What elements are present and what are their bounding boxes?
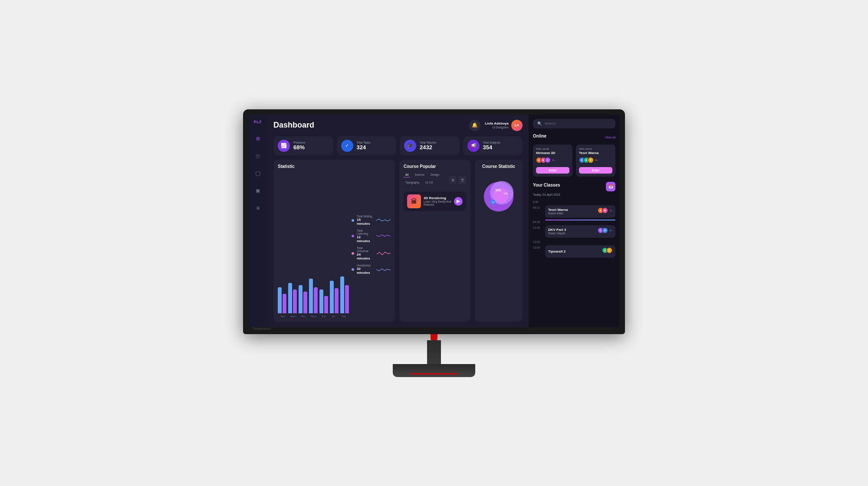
bar-purple-4 <box>324 296 328 313</box>
tc-count: 1+ <box>609 209 612 212</box>
online-cards: #dkv_berat Nirmana 3D A B C 2+ Enter #dk… <box>533 144 615 177</box>
tab-uiux[interactable]: UI UX <box>424 180 434 185</box>
sidebar-logo: PLF <box>254 120 262 124</box>
monitor: PLF ⊞ ◷ ◯ ▣ ⊕ Dashboard 🔔 Liota Adeboya <box>239 109 629 377</box>
sidebar-item-settings[interactable]: ⊕ <box>253 203 263 213</box>
legend-vocabulary: Vocabulary 32 minutes <box>352 264 391 275</box>
legend-writing: Total Writing 15 minutes <box>352 215 391 226</box>
stat-card-teacher: 🎓 Total Teacher 2432 <box>400 136 460 155</box>
stats-row: 📈 Presence 68% ✓ Total Tasks 324 <box>273 136 523 155</box>
tab-icons: ⚙ ☰ <box>449 176 466 184</box>
online-header: Online View all <box>533 134 615 141</box>
class-teori-info: Teori Warna Dosen Killer <box>548 208 568 215</box>
nirmana-tag: #dkv_berat <box>536 148 569 150</box>
nirmana-enter-btn[interactable]: Enter <box>536 167 569 174</box>
monitor-stand-top <box>431 334 437 340</box>
stat-card-tasks: ✓ Total Tasks 324 <box>337 136 397 155</box>
legend-dot-writing <box>352 219 354 222</box>
svg-text:34%: 34% <box>496 188 501 191</box>
tipo-avatar-2: F <box>606 247 612 253</box>
presence-icon: 📈 <box>278 140 290 152</box>
course-tabs-row: All Science Design Tipography UI UX ⚙ ☰ <box>404 172 466 188</box>
tab-science[interactable]: Science <box>413 172 426 177</box>
bar-labels: Sun Mon Thu Wed Tue Fri Sat <box>278 315 349 318</box>
time-0915: 09:15 <box>533 220 542 223</box>
chart-area: Sun Mon Thu Wed Tue Fri Sat <box>278 172 391 318</box>
stat-card-presence: 📈 Presence 68% <box>273 136 333 155</box>
tab-design[interactable]: Design <box>429 172 441 177</box>
legend-dot-grammar <box>352 252 354 255</box>
user-avatar: LA <box>511 120 523 131</box>
stat-info-subjects: Total Subjects 354 <box>483 141 500 151</box>
your-classes-title: Your Classes <box>533 183 560 187</box>
search-bar[interactable]: 🔍 Search <box>533 119 615 128</box>
subjects-icon: 📢 <box>467 140 480 152</box>
teacher-icon: 🎓 <box>404 140 416 152</box>
list-view-btn[interactable]: ☰ <box>458 176 466 184</box>
grid-view-btn[interactable]: ⚙ <box>449 176 457 184</box>
stat-info-presence: Presence 68% <box>293 141 305 151</box>
bar-label-fri: Fri <box>329 315 339 318</box>
tc-avatar-2: B <box>602 207 608 213</box>
chart-section: Statistic Sun Mon Thu Wed Tue <box>273 160 395 322</box>
legend-text-grammar: Total Grammar 24 minutes <box>357 246 374 260</box>
bar-label-sat: Sat <box>339 315 349 318</box>
calendar-btn[interactable]: 📅 <box>606 182 615 191</box>
tab-all[interactable]: All <box>404 172 410 177</box>
main-header: Dashboard 🔔 Liota Adeboya UI Designers L… <box>273 120 523 131</box>
legend-text-listening: Total Listening 12 minutes <box>357 229 374 243</box>
teori-enter-btn[interactable]: Enter <box>579 167 612 174</box>
time-900: 9:00 <box>533 200 542 204</box>
nirmana-avatars: A B C 2+ <box>536 157 569 163</box>
legend-value-vocabulary: 32 minutes <box>357 267 374 275</box>
legend-text-vocabulary: Vocabulary 32 minutes <box>357 264 374 275</box>
course-desc-3d: Learn Very Easily And Relaxed <box>424 200 451 206</box>
bar-group-tue <box>319 289 328 313</box>
sidebar-item-dashboard[interactable]: ⊞ <box>253 134 263 144</box>
legend-dot-listening <box>352 235 354 237</box>
user-info: Liota Adeboya UI Designers LA <box>485 120 523 131</box>
notification-button[interactable]: 🔔 <box>469 120 480 131</box>
schedule-row-900: 9:00 <box>533 200 615 204</box>
chart-bars: Sun Mon Thu Wed Tue Fri Sat <box>278 172 349 318</box>
progress-indicator <box>545 220 615 220</box>
bar-label-mon: Mon <box>288 315 298 318</box>
thinkvision-label: ThinkVision <box>253 327 271 330</box>
class-tipoarafi2: Tipoarafi 2 E F <box>545 245 615 258</box>
tab-tipography[interactable]: Tipography <box>404 180 421 185</box>
donut-chart: 34% 10% 1% <box>479 174 518 213</box>
course-action-btn[interactable]: ▶ <box>454 197 463 206</box>
class-teori-name: Teori Warna <box>548 208 568 212</box>
view-all-link[interactable]: View all <box>605 136 615 139</box>
legend-value-writing: 15 minutes <box>357 218 374 226</box>
sidebar-item-calendar[interactable]: ▣ <box>253 186 263 196</box>
svg-text:1%: 1% <box>492 201 495 203</box>
user-name: Liota Adeboya <box>485 122 509 126</box>
search-input[interactable]: Search <box>545 122 556 125</box>
online-card-teori: #dkv_berat Teori Warna D E F 4+ Enter <box>576 144 615 177</box>
stat-label-tasks: Total Tasks <box>357 141 371 144</box>
sidebar-item-analytics[interactable]: ◷ <box>253 151 263 161</box>
stat-info-teacher: Total Teacher 2432 <box>420 141 437 151</box>
sidebar: PLF ⊞ ◷ ◯ ▣ ⊕ <box>248 115 267 327</box>
chart-title: Statistic <box>278 164 391 169</box>
bar-blue-4 <box>319 289 323 313</box>
sidebar-item-messages[interactable]: ◯ <box>253 168 263 179</box>
main-content: Dashboard 🔔 Liota Adeboya UI Designers L… <box>267 115 529 327</box>
wave-grammar <box>377 250 391 257</box>
legend-grammar: Total Grammar 24 minutes <box>352 246 391 260</box>
monitor-bottom-bar: ThinkVision <box>248 327 620 331</box>
header-right: 🔔 Liota Adeboya UI Designers LA <box>469 120 523 131</box>
course-name-3d: 3D Rendering <box>424 196 451 200</box>
class-teori-warna: Teori Warna Dosen Killer A B 1+ <box>545 205 615 218</box>
svg-text:10%: 10% <box>503 192 508 194</box>
dkv-class-avatars: C D 2+ <box>598 227 612 233</box>
bar-group-sun <box>278 287 286 313</box>
legend-label-writing: Total Writing <box>357 215 374 218</box>
class-dkv-name: DKV Part 3 <box>548 228 566 232</box>
dkv-avatar-2: D <box>602 227 608 233</box>
bar-purple-1 <box>293 289 297 313</box>
stat-label-subjects: Total Subjects <box>483 141 500 144</box>
legend-listening: Total Listening 12 minutes <box>352 229 391 243</box>
wave-vocabulary <box>376 266 391 273</box>
